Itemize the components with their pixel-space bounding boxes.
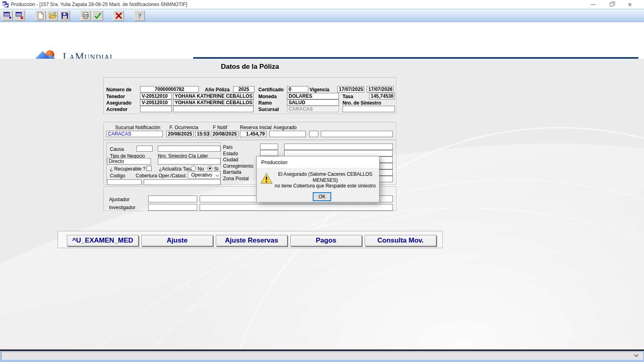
help-icon: ? <box>136 12 144 20</box>
tenedor-label: Tenedor <box>106 94 125 99</box>
minimize-button[interactable] <box>584 0 602 9</box>
examen-med-button[interactable]: ^U_EXAMEN_MED <box>67 235 138 246</box>
ano-poliza-label: Año Póliza <box>205 87 229 93</box>
investigador-nombre-field[interactable] <box>200 204 393 211</box>
numero-poliza-field[interactable]: 70000000782 <box>140 86 199 93</box>
codigo-field[interactable] <box>107 179 142 185</box>
moneda-label: Moneda <box>258 94 277 99</box>
print-icon <box>82 12 90 20</box>
save-icon <box>61 12 69 20</box>
ano-poliza-field[interactable]: 2025 <box>233 86 254 93</box>
new-document-button[interactable] <box>35 10 46 21</box>
acreedor-nombre-field[interactable] <box>173 106 254 112</box>
vigencia-hasta-field[interactable]: 17/07/2026 <box>367 86 394 93</box>
nro-cia-lider-field[interactable] <box>158 158 221 165</box>
ajuste-button[interactable]: Ajuste <box>141 235 213 246</box>
sucursal-notif-field[interactable]: CARACAS <box>106 131 163 137</box>
estado-field[interactable] <box>284 150 393 156</box>
policy-fieldset: Número de 70000000782 Año Póliza 2025 Ce… <box>103 77 396 114</box>
tenedor-nombre-field[interactable]: YOHANA KATHERINE CEBALLOS <box>173 93 254 99</box>
cobertura-field[interactable] <box>144 179 221 185</box>
asegurado-nombre-field[interactable]: YOHANA KATHERINE CEBALLOS <box>173 99 254 106</box>
ramo-label: Ramo <box>258 100 272 106</box>
actualiza-tasa-no-radio[interactable] <box>191 166 196 171</box>
check-icon <box>94 12 102 20</box>
page-title: Datos de la Póliza <box>103 63 396 71</box>
pagos-button[interactable]: Pagos <box>290 235 362 246</box>
reserva-inicial-field[interactable]: 1.454,79 <box>240 131 266 137</box>
estado-cod-field[interactable] <box>260 150 278 156</box>
certificado-field[interactable]: 0 <box>287 86 308 93</box>
sucursal-field: CARACAS <box>287 106 339 112</box>
pais-field[interactable] <box>284 144 393 150</box>
nro-siniestro-field[interactable] <box>343 106 395 112</box>
asegurado-tipo-field[interactable] <box>309 131 318 137</box>
asegurado-nombre-notif-field[interactable] <box>321 131 393 137</box>
confirm-button[interactable] <box>92 10 103 21</box>
vigencia-desde-field[interactable]: 17/07/2025 <box>337 86 364 93</box>
causa-label: Causa <box>110 146 124 152</box>
moneda-field[interactable]: DOLARES <box>287 93 339 99</box>
tipo-negocio-field[interactable]: Directo <box>107 158 151 165</box>
hora-ocurrencia-field[interactable]: 15:53 <box>195 131 209 137</box>
actualiza-tasa-si-radio[interactable] <box>207 166 213 171</box>
dialog-message: El Asegurado (Salome Caceres CEBALLOS ME… <box>273 171 378 189</box>
app-icon <box>2 1 9 8</box>
tenedor-id-field[interactable]: V-20512010 <box>140 93 172 99</box>
dialog-message-line2: no tiene Cobertura que Respalde este sin… <box>273 183 378 189</box>
causa-cod-field[interactable] <box>136 146 153 152</box>
dialog-message-line1: El Asegurado (Salome Caceres CEBALLOS ME… <box>273 171 378 183</box>
svg-text:?: ? <box>138 12 141 20</box>
f-ocurrencia-label: F. Ocurrencia <box>169 125 198 130</box>
certificado-label: Certificado <box>258 87 284 93</box>
pais-label: País <box>223 144 233 150</box>
ajuste-reservas-button[interactable]: Ajuste Reservas <box>216 235 287 246</box>
sucursal-notif-label: Sucursal Notificación <box>115 125 160 130</box>
minimize-icon <box>591 4 595 5</box>
recuperable-checkbox[interactable] <box>147 166 152 171</box>
zona-postal-label: Zona Postal <box>223 176 249 181</box>
ajustador-cod-field[interactable] <box>148 195 197 202</box>
actualiza-tasa-si-label: Si <box>214 166 219 172</box>
produccion-dialog: Produccion El Asegurado (Salome Caceres … <box>256 156 380 202</box>
f-notif-field[interactable]: 20/08/2025 <box>211 131 238 137</box>
cancel-x-icon <box>115 12 123 20</box>
acreedor-id-field[interactable] <box>140 106 172 112</box>
pais-cod-field[interactable] <box>260 144 278 150</box>
open-folder-icon <box>49 12 57 20</box>
f-ocurrencia-field[interactable]: 20/08/2025 <box>166 131 194 137</box>
f-notif-label: F Notif <box>213 125 227 130</box>
title-bar: Produccion - [157 Sra. Yulia Zapata 28-0… <box>0 0 644 9</box>
ok-button[interactable]: OK <box>313 192 331 201</box>
cancel-button[interactable] <box>113 10 124 21</box>
ramo-field[interactable]: SALUD <box>287 99 339 106</box>
asegurado-id-field[interactable]: V-20512010 <box>140 99 172 106</box>
restore-button[interactable] <box>602 0 621 9</box>
print-button[interactable] <box>80 10 91 21</box>
cobertura-label: Cobertura Oper./Catast. <box>136 173 187 179</box>
close-button[interactable]: ✕ <box>621 0 639 9</box>
status-bar <box>1 352 643 360</box>
ajustador-label: Ajustador <box>109 197 130 202</box>
chevron-down-icon <box>216 173 219 177</box>
tasa-field[interactable]: 145,74530 <box>369 93 395 99</box>
restore-icon <box>610 3 613 6</box>
tasa-label: Tasa <box>343 94 353 99</box>
company-header: LaMundial de Seguros 58 212-2839619 info… <box>0 22 644 59</box>
consulta-mov-button[interactable]: Consulta Mov. <box>365 235 436 246</box>
save-button[interactable] <box>59 10 70 21</box>
new-document-icon <box>37 12 45 20</box>
delete-record-button[interactable] <box>14 10 25 21</box>
warning-icon <box>260 173 273 185</box>
causa-desc-field[interactable] <box>158 146 221 152</box>
asegurado-cod-field[interactable] <box>269 131 306 137</box>
ciudad-label: Ciudad <box>223 157 238 162</box>
add-record-button[interactable] <box>2 10 13 21</box>
help-button[interactable]: ? <box>134 10 145 21</box>
delete-record-icon <box>15 11 24 20</box>
investigador-cod-field[interactable] <box>148 204 197 211</box>
cobertura-tipo-dropdown[interactable]: Operativo <box>188 171 221 179</box>
open-folder-button[interactable] <box>47 10 58 21</box>
status-chevron-down-icon[interactable] <box>634 352 638 357</box>
reserva-inicial-label: Reserva Inicial <box>240 125 272 130</box>
